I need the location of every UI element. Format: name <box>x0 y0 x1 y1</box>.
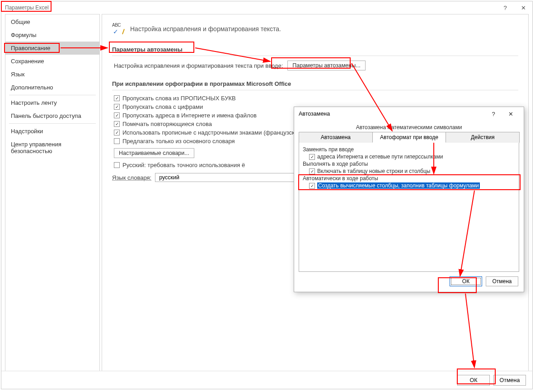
tab[interactable]: Автозамена <box>299 132 373 143</box>
checkbox-icon <box>309 154 315 160</box>
titlebar-controls: ? ✕ <box>496 1 532 14</box>
autocorrect-row: Настройка исправления и форматирования т… <box>114 61 518 70</box>
autocorrect-label: Настройка исправления и форматирования т… <box>114 62 283 69</box>
checkbox-icon <box>114 162 120 168</box>
checkbox-icon <box>309 183 315 189</box>
sidebar-item[interactable]: Формулы <box>5 28 99 42</box>
sidebar-item[interactable]: Центр управления безопасностью <box>5 138 99 158</box>
checkbox-icon <box>114 104 120 110</box>
sidebar-item[interactable]: Дополнительно <box>5 81 99 94</box>
group-replace-on-type: Заменять при вводе <box>303 146 515 153</box>
autocorrect-close-button[interactable]: ✕ <box>502 107 519 121</box>
autocorrect-options-button[interactable]: Параметры автозамены... <box>287 61 365 70</box>
autocorrect-title: Автозамена <box>299 111 330 117</box>
spelling-section-title: При исправлении орфографии в программах … <box>112 78 518 90</box>
autoformat-check[interactable]: адреса Интернета и сетевые пути гиперссы… <box>309 154 515 160</box>
sidebar-item[interactable]: Общие <box>5 15 99 28</box>
sidebar-item[interactable]: Правописание <box>5 42 99 55</box>
checkbox-icon <box>114 138 120 144</box>
ok-button[interactable]: ОК <box>457 375 490 386</box>
autocorrect-help-button[interactable]: ? <box>485 107 502 121</box>
autocorrect-cancel-button[interactable]: Отмена <box>486 276 518 286</box>
sidebar-item[interactable]: Язык <box>5 68 99 81</box>
sidebar-item[interactable]: Панель быстрого доступа <box>5 109 99 122</box>
spellcheck-icon: ABC ✓ <box>112 23 125 35</box>
group-apply-as-you-work: Выполнять в ходе работы <box>303 161 515 167</box>
tab-math-symbols[interactable]: Автозамена математическими символами <box>352 123 466 131</box>
autocorrect-tabs: АвтозаменаАвтоформат при вводеДействия <box>299 131 519 143</box>
sidebar-item[interactable]: Сохранение <box>5 55 99 68</box>
tab[interactable]: Действия <box>446 132 520 143</box>
autoformat-check[interactable]: Включать в таблицу новые строки и столбц… <box>309 168 515 174</box>
cancel-button[interactable]: Отмена <box>493 375 526 386</box>
category-sidebar: ОбщиеФормулыПравописаниеСохранениеЯзыкДо… <box>5 14 100 372</box>
autocorrect-dialog: Автозамена ? ✕ Автозамена математическим… <box>294 107 524 292</box>
dialog-footer: ОК Отмена <box>1 371 532 389</box>
checkbox-icon <box>114 112 120 118</box>
checkbox-icon <box>114 130 120 135</box>
autocorrect-body: Автозамена математическими символами Авт… <box>294 121 524 292</box>
autoformat-check[interactable]: Создать вычисляемые столбцы, заполнив та… <box>309 182 515 189</box>
autocorrect-footer: ОК Отмена <box>299 272 519 287</box>
checkbox-icon <box>309 168 315 174</box>
checkbox-icon <box>114 121 120 127</box>
autocorrect-ok-button[interactable]: ОК <box>450 276 482 286</box>
autocorrect-section-title: Параметры автозамены <box>112 43 518 56</box>
window-title: Параметры Excel <box>5 5 49 11</box>
close-button[interactable]: ✕ <box>514 1 532 14</box>
sidebar-item[interactable]: Надстройки <box>5 125 99 138</box>
title-bar: Параметры Excel ? ✕ <box>1 1 532 14</box>
sidebar-item[interactable]: Настроить ленту <box>5 96 99 109</box>
heading-text: Настройка исправления и форматирования т… <box>130 25 281 33</box>
group-auto-as-you-work: Автоматически в ходе работы <box>303 175 515 182</box>
checkbox-icon <box>114 95 120 101</box>
spelling-check-row[interactable]: Пропускать слова из ПРОПИСНЫХ БУКВ <box>114 95 518 102</box>
heading-row: ABC ✓ Настройка исправления и форматиров… <box>112 23 518 35</box>
autoformat-pane: Заменять при вводе адреса Интернета и се… <box>299 143 519 272</box>
dictionary-language-label: Язык словаря: <box>112 174 151 181</box>
help-button[interactable]: ? <box>496 1 514 14</box>
autocorrect-titlebar: Автозамена ? ✕ <box>294 107 524 121</box>
tab[interactable]: Автоформат при вводе <box>372 132 446 143</box>
custom-dictionaries-button[interactable]: Настраиваемые словари... <box>114 148 194 158</box>
